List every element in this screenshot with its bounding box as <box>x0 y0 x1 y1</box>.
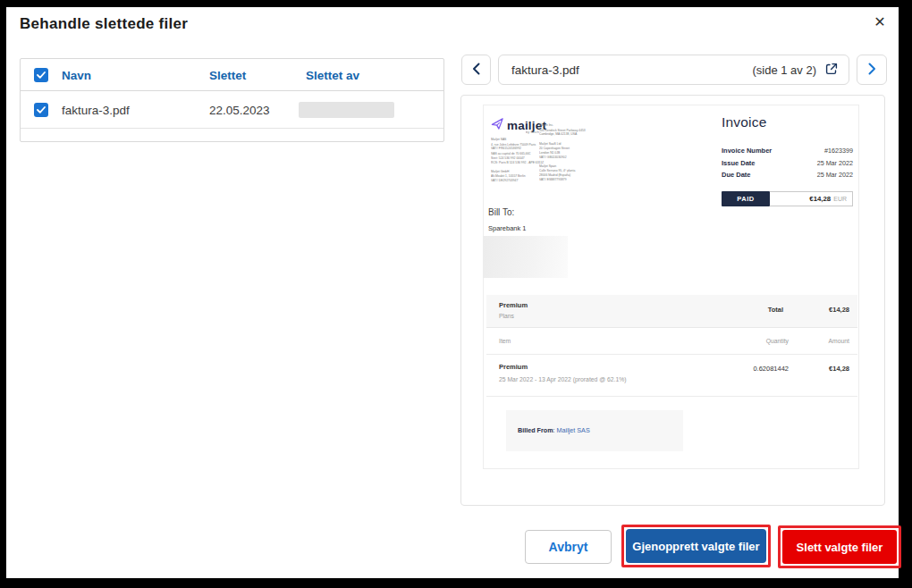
item-row: Premium 25 Mar 2022 - 13 Apr 2022 (prora… <box>486 355 857 397</box>
column-header-slettet-av[interactable]: Slettet av <box>306 69 359 82</box>
previous-file-button[interactable] <box>461 55 491 85</box>
row-checkbox[interactable] <box>34 103 48 117</box>
total-label: Total <box>768 306 783 314</box>
amount-box: €14,28 EUR <box>770 191 853 206</box>
next-file-button[interactable] <box>857 55 887 85</box>
deleted-date-cell: 22.05.2023 <box>209 104 270 117</box>
redacted-bill-to-address <box>484 236 568 278</box>
billed-from-box: Billed From: Mailjet SAS <box>506 410 683 451</box>
billed-from-label: Billed From <box>518 426 553 434</box>
table-footer <box>21 129 443 141</box>
bill-to-name: Sparebank 1 <box>488 224 527 232</box>
invoice-number-label: Invoice Number <box>722 147 772 155</box>
open-external-button[interactable] <box>825 63 838 78</box>
paper-plane-icon <box>491 117 504 134</box>
close-icon: ✕ <box>874 14 885 29</box>
vendor-address-column-2: Mailjet Inc. 100 Kendrick Street Parkway… <box>539 123 634 182</box>
issue-date-label: Issue Date <box>722 159 756 167</box>
billed-from-link[interactable]: Mailjet SAS <box>557 426 590 434</box>
issue-date-row: Issue Date 25 Mar 2022 <box>722 157 853 170</box>
invoice-meta: Invoice Number #1623399 Issue Date 25 Ma… <box>722 145 853 181</box>
close-button[interactable]: ✕ <box>869 12 891 33</box>
table-row: faktura-3.pdf 22.05.2023 <box>21 91 443 129</box>
page-indicator: (side 1 av 2) <box>752 63 816 77</box>
select-all-checkbox[interactable] <box>34 68 48 82</box>
amount-value: €14,28 <box>809 195 831 203</box>
dialog-title: Behandle slettede filer <box>20 15 188 33</box>
item-amount: €14,28 <box>829 365 849 373</box>
file-name-cell: faktura-3.pdf <box>62 104 130 117</box>
table-header-row: Navn Slettet Slettet av <box>21 59 443 91</box>
open-in-new-icon <box>825 63 838 78</box>
due-date-label: Due Date <box>722 171 751 179</box>
item-quantity: 0.62081442 <box>753 365 789 373</box>
check-icon <box>37 106 46 113</box>
delete-selected-files-button[interactable]: Slett valgte filer <box>782 530 897 564</box>
total-value: €14,28 <box>829 306 849 314</box>
restore-annotation-highlight: Gjenopprett valgte filer <box>621 525 771 567</box>
invoice-number-row: Invoice Number #1623399 <box>722 145 853 157</box>
invoice-items-table: Premium Plans Total €14,28 Item Quantity… <box>486 295 857 397</box>
item-column-header: Item <box>499 338 511 344</box>
issue-date-value: 25 Mar 2022 <box>817 159 853 167</box>
chevron-right-icon <box>867 63 876 78</box>
item-period: 25 Mar 2022 - 13 Apr 2022 (prorated @ 62… <box>499 376 627 382</box>
payment-status-bar: PAID €14,28 EUR <box>722 191 853 206</box>
viewer-filename: faktura-3.pdf <box>511 63 752 77</box>
paid-badge: PAID <box>722 191 770 206</box>
column-header-navn[interactable]: Navn <box>62 69 91 82</box>
screenshot-frame: Behandle slettede filer ✕ Navn Slettet S… <box>0 0 912 588</box>
logo-tagline: by Sinch <box>526 130 539 134</box>
items-column-headers: Item Quantity Amount <box>486 328 857 355</box>
check-icon <box>37 71 46 79</box>
group-name: Premium <box>499 301 528 309</box>
invoice-page: mailjet by Sinch Mailjet SAS 4, rue Jule… <box>483 105 859 469</box>
redacted-deleted-by-cell <box>299 102 394 118</box>
bill-to-label: Bill To: <box>488 207 514 217</box>
restore-selected-files-button[interactable]: Gjenopprett valgte filer <box>626 529 766 563</box>
quantity-column-header: Quantity <box>766 338 789 344</box>
chevron-left-icon <box>472 63 481 78</box>
group-sub: Plans <box>499 313 514 319</box>
due-date-value: 25 Mar 2022 <box>817 171 853 179</box>
deleted-files-table: Navn Slettet Slettet av faktura-3.pdf 22… <box>20 58 444 142</box>
items-group-header: Premium Plans Total €14,28 <box>486 295 857 328</box>
currency-label: EUR <box>833 196 847 202</box>
invoice-title: Invoice <box>722 114 767 130</box>
due-date-row: Due Date 25 Mar 2022 <box>722 169 853 181</box>
column-header-slettet[interactable]: Slettet <box>209 69 246 82</box>
file-title-bar: faktura-3.pdf (side 1 av 2) <box>498 55 849 85</box>
cancel-button[interactable]: Avbryt <box>525 530 612 564</box>
delete-annotation-highlight: Slett valgte filer <box>778 525 901 568</box>
invoice-number-value: #1623399 <box>824 147 853 155</box>
amount-column-header: Amount <box>829 338 849 344</box>
item-name: Premium <box>499 363 528 371</box>
